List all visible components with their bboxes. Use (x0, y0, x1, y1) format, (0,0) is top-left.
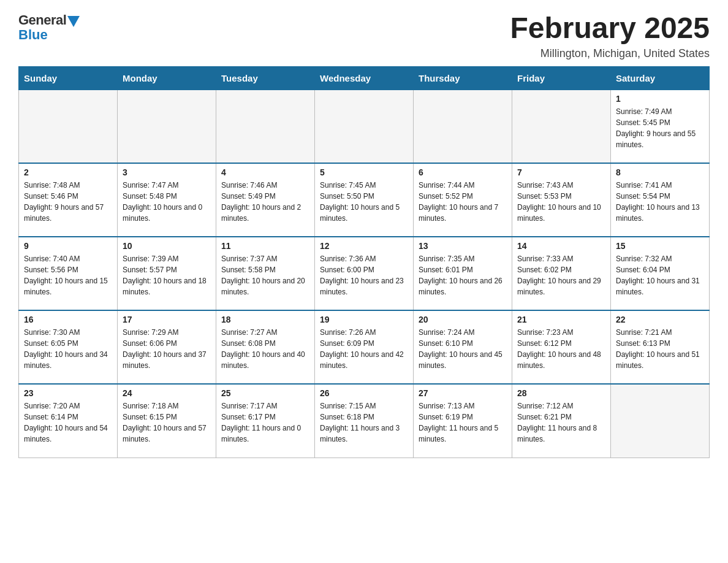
day-info: Sunrise: 7:17 AMSunset: 6:17 PMDaylight:… (221, 400, 309, 445)
day-number: 11 (221, 241, 309, 251)
day-number: 3 (123, 167, 211, 177)
day-number: 28 (517, 388, 605, 398)
table-row: 14Sunrise: 7:33 AMSunset: 6:02 PMDayligh… (512, 237, 611, 310)
day-number: 8 (616, 167, 704, 177)
day-info: Sunrise: 7:33 AMSunset: 6:02 PMDaylight:… (517, 253, 605, 297)
day-number: 14 (517, 241, 605, 251)
day-info: Sunrise: 7:23 AMSunset: 6:12 PMDaylight:… (517, 327, 605, 371)
day-info: Sunrise: 7:47 AMSunset: 5:48 PMDaylight:… (123, 180, 211, 224)
table-row: 19Sunrise: 7:26 AMSunset: 6:09 PMDayligh… (315, 310, 414, 384)
table-row: 5Sunrise: 7:45 AMSunset: 5:50 PMDaylight… (315, 163, 414, 237)
day-info: Sunrise: 7:39 AMSunset: 5:57 PMDaylight:… (123, 253, 211, 297)
day-info: Sunrise: 7:44 AMSunset: 5:52 PMDaylight:… (419, 180, 507, 224)
table-row (216, 90, 315, 163)
day-info: Sunrise: 7:13 AMSunset: 6:19 PMDaylight:… (419, 400, 507, 445)
table-row: 2Sunrise: 7:48 AMSunset: 5:46 PMDaylight… (19, 163, 118, 237)
table-row: 10Sunrise: 7:39 AMSunset: 5:57 PMDayligh… (118, 237, 216, 310)
calendar-subtitle: Millington, Michigan, United States (510, 47, 710, 60)
day-info: Sunrise: 7:20 AMSunset: 6:14 PMDaylight:… (24, 400, 112, 445)
day-number: 9 (24, 241, 112, 251)
day-info: Sunrise: 7:36 AMSunset: 6:00 PMDaylight:… (320, 253, 408, 297)
col-saturday: Saturday (611, 66, 710, 90)
logo: General Blue (18, 12, 80, 43)
day-info: Sunrise: 7:46 AMSunset: 5:49 PMDaylight:… (221, 180, 309, 224)
col-monday: Monday (118, 66, 216, 90)
day-info: Sunrise: 7:30 AMSunset: 6:05 PMDaylight:… (24, 327, 112, 371)
table-row: 1Sunrise: 7:49 AMSunset: 5:45 PMDaylight… (611, 90, 710, 163)
day-number: 6 (419, 167, 507, 177)
table-row (512, 90, 611, 163)
page-header: General Blue February 2025 Millington, M… (18, 12, 710, 60)
logo-blue-text: Blue (18, 27, 48, 43)
day-info: Sunrise: 7:18 AMSunset: 6:15 PMDaylight:… (123, 400, 211, 445)
table-row: 18Sunrise: 7:27 AMSunset: 6:08 PMDayligh… (216, 310, 315, 384)
day-number: 26 (320, 388, 408, 398)
day-info: Sunrise: 7:35 AMSunset: 6:01 PMDaylight:… (419, 253, 507, 297)
table-row: 7Sunrise: 7:43 AMSunset: 5:53 PMDaylight… (512, 163, 611, 237)
day-number: 10 (123, 241, 211, 251)
calendar-row: 23Sunrise: 7:20 AMSunset: 6:14 PMDayligh… (19, 384, 710, 458)
day-number: 4 (221, 167, 309, 177)
day-number: 5 (320, 167, 408, 177)
day-info: Sunrise: 7:24 AMSunset: 6:10 PMDaylight:… (419, 327, 507, 371)
calendar-title: February 2025 (510, 12, 710, 45)
day-info: Sunrise: 7:12 AMSunset: 6:21 PMDaylight:… (517, 400, 605, 445)
table-row (611, 384, 710, 458)
table-row (315, 90, 414, 163)
day-info: Sunrise: 7:26 AMSunset: 6:09 PMDaylight:… (320, 327, 408, 371)
day-number: 7 (517, 167, 605, 177)
calendar-row: 16Sunrise: 7:30 AMSunset: 6:05 PMDayligh… (19, 310, 710, 384)
logo-triangle-icon (67, 16, 80, 27)
day-number: 22 (616, 315, 704, 324)
col-wednesday: Wednesday (315, 66, 414, 90)
calendar-row: 2Sunrise: 7:48 AMSunset: 5:46 PMDaylight… (19, 163, 710, 237)
day-number: 24 (123, 388, 211, 398)
col-thursday: Thursday (414, 66, 512, 90)
day-number: 20 (419, 315, 507, 324)
calendar-header-row: Sunday Monday Tuesday Wednesday Thursday… (19, 66, 710, 90)
col-sunday: Sunday (19, 66, 118, 90)
day-info: Sunrise: 7:45 AMSunset: 5:50 PMDaylight:… (320, 180, 408, 224)
table-row: 17Sunrise: 7:29 AMSunset: 6:06 PMDayligh… (118, 310, 216, 384)
table-row: 12Sunrise: 7:36 AMSunset: 6:00 PMDayligh… (315, 237, 414, 310)
day-number: 12 (320, 241, 408, 251)
day-number: 21 (517, 315, 605, 324)
calendar-table: Sunday Monday Tuesday Wednesday Thursday… (18, 66, 710, 458)
table-row: 26Sunrise: 7:15 AMSunset: 6:18 PMDayligh… (315, 384, 414, 458)
table-row: 22Sunrise: 7:21 AMSunset: 6:13 PMDayligh… (611, 310, 710, 384)
calendar-row: 9Sunrise: 7:40 AMSunset: 5:56 PMDaylight… (19, 237, 710, 310)
table-row: 25Sunrise: 7:17 AMSunset: 6:17 PMDayligh… (216, 384, 315, 458)
day-info: Sunrise: 7:29 AMSunset: 6:06 PMDaylight:… (123, 327, 211, 371)
table-row: 28Sunrise: 7:12 AMSunset: 6:21 PMDayligh… (512, 384, 611, 458)
day-number: 23 (24, 388, 112, 398)
table-row: 9Sunrise: 7:40 AMSunset: 5:56 PMDaylight… (19, 237, 118, 310)
day-number: 2 (24, 167, 112, 177)
day-number: 27 (419, 388, 507, 398)
day-number: 18 (221, 315, 309, 324)
day-info: Sunrise: 7:32 AMSunset: 6:04 PMDaylight:… (616, 253, 704, 297)
table-row: 24Sunrise: 7:18 AMSunset: 6:15 PMDayligh… (118, 384, 216, 458)
table-row: 15Sunrise: 7:32 AMSunset: 6:04 PMDayligh… (611, 237, 710, 310)
day-number: 25 (221, 388, 309, 398)
table-row (414, 90, 512, 163)
table-row: 4Sunrise: 7:46 AMSunset: 5:49 PMDaylight… (216, 163, 315, 237)
day-info: Sunrise: 7:49 AMSunset: 5:45 PMDaylight:… (616, 106, 704, 150)
table-row: 6Sunrise: 7:44 AMSunset: 5:52 PMDaylight… (414, 163, 512, 237)
day-number: 16 (24, 315, 112, 324)
table-row: 27Sunrise: 7:13 AMSunset: 6:19 PMDayligh… (414, 384, 512, 458)
day-info: Sunrise: 7:40 AMSunset: 5:56 PMDaylight:… (24, 253, 112, 297)
day-info: Sunrise: 7:21 AMSunset: 6:13 PMDaylight:… (616, 327, 704, 371)
table-row (118, 90, 216, 163)
table-row: 23Sunrise: 7:20 AMSunset: 6:14 PMDayligh… (19, 384, 118, 458)
table-row: 3Sunrise: 7:47 AMSunset: 5:48 PMDaylight… (118, 163, 216, 237)
table-row: 11Sunrise: 7:37 AMSunset: 5:58 PMDayligh… (216, 237, 315, 310)
day-number: 17 (123, 315, 211, 324)
day-number: 19 (320, 315, 408, 324)
day-number: 13 (419, 241, 507, 251)
table-row: 20Sunrise: 7:24 AMSunset: 6:10 PMDayligh… (414, 310, 512, 384)
calendar-row: 1Sunrise: 7:49 AMSunset: 5:45 PMDaylight… (19, 90, 710, 163)
table-row: 16Sunrise: 7:30 AMSunset: 6:05 PMDayligh… (19, 310, 118, 384)
day-info: Sunrise: 7:43 AMSunset: 5:53 PMDaylight:… (517, 180, 605, 224)
table-row: 8Sunrise: 7:41 AMSunset: 5:54 PMDaylight… (611, 163, 710, 237)
title-section: February 2025 Millington, Michigan, Unit… (510, 12, 710, 60)
